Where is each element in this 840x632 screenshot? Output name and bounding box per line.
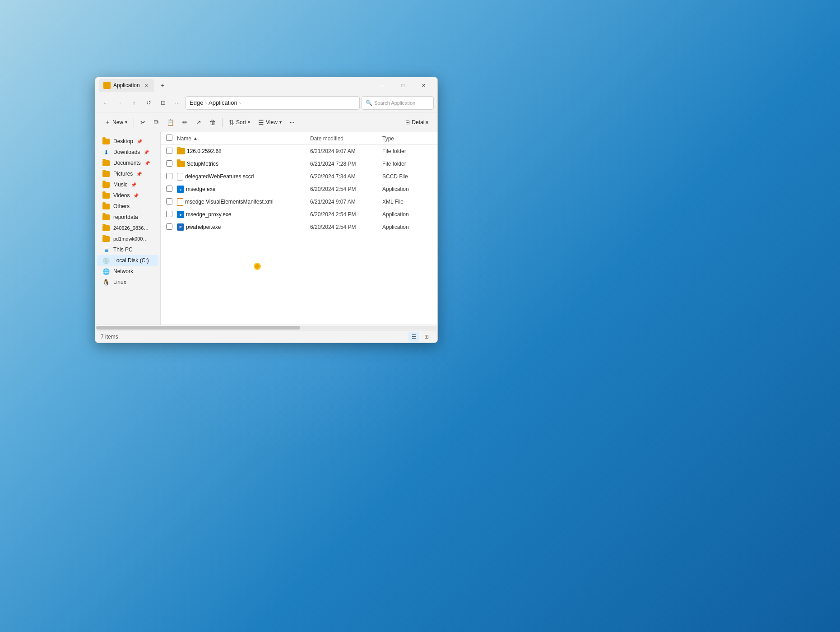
sidebar-others-label: Others <box>113 203 130 209</box>
row-name-cell: 126.0.2592.68 <box>177 148 310 154</box>
copy-icon: ⧉ <box>154 118 158 126</box>
table-row[interactable]: 126.0.2592.68 6/21/2024 9:07 AM File fol… <box>161 145 437 158</box>
file-list: Name ▲ Date modified Type 126.0.2592.68 … <box>161 132 437 325</box>
pin-icon-desktop: 📌 <box>137 139 142 144</box>
pin-icon-downloads: 📌 <box>144 150 149 155</box>
row-checkbox[interactable] <box>166 173 177 181</box>
new-button[interactable]: ＋ New ▾ <box>101 115 131 130</box>
select-all-checkbox[interactable] <box>166 135 172 141</box>
paste-button[interactable]: 📋 <box>163 115 178 130</box>
empty-space[interactable] <box>161 233 437 325</box>
row-checkbox[interactable] <box>166 148 177 155</box>
view-toggle-area: ☰ ⊞ <box>408 332 432 342</box>
share-button[interactable]: ↗ <box>192 115 205 130</box>
grid-view-button[interactable]: ⊞ <box>421 332 432 342</box>
view-switcher-button[interactable]: ⊡ <box>157 97 169 109</box>
sidebar-desktop-label: Desktop <box>113 138 133 144</box>
row-name-cell: delegatedWebFeatures.sccd <box>177 173 310 181</box>
sidebar-item-downloads[interactable]: ⬇ Downloads 📌 <box>97 147 158 158</box>
row-name-cell: e msedge_proxy.exe <box>177 211 310 218</box>
table-row[interactable]: SetupMetrics 6/21/2024 7:28 PM File fold… <box>161 158 437 170</box>
header-type[interactable]: Type <box>382 135 432 142</box>
row-checkbox[interactable] <box>166 186 177 193</box>
details-button[interactable]: ⊟ Details <box>402 115 432 130</box>
sidebar-item-pd1mdwk[interactable]: pd1mdwk00081C <box>97 233 158 244</box>
table-row[interactable]: e msedge_proxy.exe 6/20/2024 2:54 PM App… <box>161 208 437 221</box>
breadcrumb-application[interactable]: Application <box>209 99 237 106</box>
breadcrumb-sep-2: › <box>239 100 241 106</box>
pd1mdwk-icon <box>102 235 110 242</box>
file-list-header: Name ▲ Date modified Type <box>161 132 437 145</box>
view-icon: ☰ <box>258 119 264 126</box>
refresh-button[interactable]: ↺ <box>142 97 155 109</box>
row-date-cell: 6/21/2024 9:07 AM <box>310 148 382 154</box>
sidebar-item-localdisk[interactable]: 💿 Local Disk (C:) <box>97 255 158 266</box>
sidebar-item-desktop[interactable]: Desktop 📌 <box>97 136 158 147</box>
doc-icon <box>177 173 183 181</box>
cut-button[interactable]: ✂ <box>137 115 149 130</box>
forward-button[interactable]: → <box>113 97 126 109</box>
scroll-thumb[interactable] <box>96 326 300 330</box>
sidebar-item-network[interactable]: 🌐 Network <box>97 266 158 277</box>
paste-icon: 📋 <box>167 119 174 126</box>
view-button[interactable]: ☰ View ▾ <box>255 115 285 130</box>
table-row[interactable]: P pwahelper.exe 6/20/2024 2:54 PM Applic… <box>161 221 437 233</box>
table-row[interactable]: e msedge.exe 6/20/2024 2:54 PM Applicati… <box>161 183 437 195</box>
more-options-button[interactable]: ··· <box>171 97 184 109</box>
new-tab-button[interactable]: + <box>156 79 169 92</box>
sidebar-item-thispc[interactable]: 🖥 This PC <box>97 244 158 255</box>
breadcrumb[interactable]: Edge › Application › <box>186 96 360 110</box>
new-label: New <box>112 119 123 125</box>
more-toolbar-button[interactable]: ··· <box>286 115 298 130</box>
sidebar-item-music[interactable]: Music 📌 <box>97 179 158 190</box>
close-button[interactable]: ✕ <box>413 78 434 93</box>
xml-icon <box>177 198 183 206</box>
table-row[interactable]: delegatedWebFeatures.sccd 6/20/2024 7:34… <box>161 170 437 183</box>
copy-button[interactable]: ⧉ <box>150 115 162 130</box>
sidebar-thispc-label: This PC <box>113 246 133 253</box>
pin-icon-music: 📌 <box>131 182 136 187</box>
exe-icon: e <box>177 186 184 193</box>
rename-icon: ✏ <box>182 119 188 126</box>
tab-close-button[interactable]: ✕ <box>143 82 150 89</box>
header-date[interactable]: Date modified <box>310 135 382 142</box>
240626-icon <box>102 224 110 232</box>
exe-icon: e <box>177 211 184 218</box>
details-label: Details <box>412 119 428 125</box>
row-checkbox[interactable] <box>166 198 177 206</box>
row-checkbox[interactable] <box>166 223 177 231</box>
sidebar-item-reportdata[interactable]: reportdata <box>97 212 158 223</box>
search-placeholder: Search Application <box>374 100 415 106</box>
up-button[interactable]: ↑ <box>128 97 140 109</box>
sidebar-localdisk-label: Local Disk (C:) <box>113 257 149 264</box>
search-box[interactable]: 🔍 Search Application <box>362 96 434 110</box>
header-name[interactable]: Name ▲ <box>177 135 310 142</box>
sidebar-item-videos[interactable]: Videos 📌 <box>97 190 158 201</box>
row-type-cell: XML File <box>382 199 432 205</box>
maximize-button[interactable]: □ <box>392 78 413 93</box>
sidebar-item-240626[interactable]: 240626_083605… <box>97 223 158 233</box>
minimize-button[interactable]: — <box>371 78 392 93</box>
row-type-cell: SCCD File <box>382 173 432 180</box>
row-checkbox[interactable] <box>166 160 177 168</box>
sidebar-item-others[interactable]: Others <box>97 201 158 212</box>
sort-button[interactable]: ⇅ Sort ▾ <box>225 115 254 130</box>
pin-icon-videos: 📌 <box>133 193 139 198</box>
back-button[interactable]: ← <box>99 97 111 109</box>
file-name: delegatedWebFeatures.sccd <box>185 173 254 180</box>
breadcrumb-edge[interactable]: Edge <box>190 99 203 106</box>
horizontal-scrollbar[interactable] <box>95 325 437 330</box>
sidebar-item-pictures[interactable]: Pictures 📌 <box>97 168 158 179</box>
header-checkbox[interactable] <box>166 135 177 142</box>
sidebar-item-linux[interactable]: 🐧 Linux <box>97 277 158 288</box>
sidebar-network-label: Network <box>113 268 133 274</box>
table-row[interactable]: msedge.VisualElementsManifest.xml 6/21/2… <box>161 195 437 208</box>
toolbar-right: ⊟ Details <box>402 115 432 130</box>
row-type-cell: Application <box>382 224 432 230</box>
list-view-button[interactable]: ☰ <box>408 332 419 342</box>
sidebar-item-documents[interactable]: Documents 📌 <box>97 158 158 168</box>
row-checkbox[interactable] <box>166 211 177 218</box>
rename-button[interactable]: ✏ <box>179 115 191 130</box>
delete-button[interactable]: 🗑 <box>206 115 219 130</box>
active-tab[interactable]: Application ✕ <box>99 79 154 92</box>
